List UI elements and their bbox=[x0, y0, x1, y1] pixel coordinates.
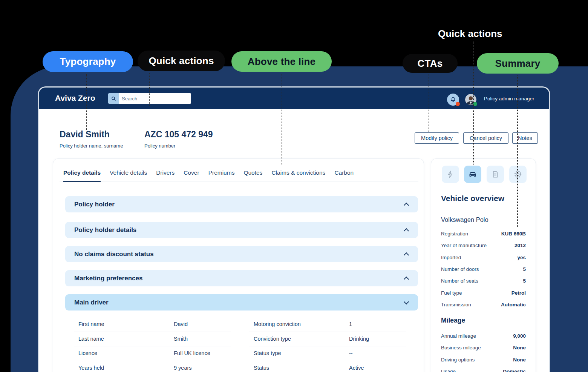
connector-ctas bbox=[429, 74, 429, 132]
tab-quotes[interactable]: Quotes bbox=[243, 169, 262, 181]
row-value: Domestic bbox=[503, 369, 526, 372]
connector-quick-actions-2 bbox=[473, 41, 474, 164]
search-input[interactable] bbox=[119, 93, 191, 104]
tab-cover[interactable]: Cover bbox=[184, 169, 199, 181]
connector-typography bbox=[86, 74, 87, 130]
row-label: Number of doors bbox=[441, 266, 479, 272]
quick-action-settings-button[interactable] bbox=[509, 166, 527, 183]
tab-vehicle-details[interactable]: Vehicle details bbox=[110, 169, 147, 181]
row-label: Driving options bbox=[441, 357, 475, 363]
accordion-title: No claims discount status bbox=[65, 251, 154, 258]
accordion-policy-holder-details[interactable]: Policy holder details bbox=[65, 222, 418, 238]
annotation-pill-typography: Typography bbox=[43, 51, 133, 72]
sidebar-title: Vehicle overview bbox=[441, 194, 504, 203]
notifications-button[interactable] bbox=[447, 94, 459, 106]
user-role-label: Policy admin manager bbox=[484, 96, 534, 101]
row-value: -- bbox=[349, 350, 353, 356]
detail-row-doors: Number of doors 5 bbox=[441, 263, 526, 275]
main-driver-table-left: First name David Last name Smith Licence… bbox=[74, 317, 231, 372]
modify-policy-button[interactable]: Modify policy bbox=[415, 132, 459, 144]
quick-action-lightning-button[interactable] bbox=[442, 166, 459, 183]
row-value: yes bbox=[517, 255, 526, 260]
annotation-pill-ctas: CTAs bbox=[403, 54, 458, 73]
annotation-pill-above-the-line: Above the line bbox=[231, 51, 332, 72]
app-header-bar: Aviva Zero Policy admin manager bbox=[39, 88, 549, 109]
mileage-row-business: Business mileage None bbox=[441, 342, 526, 354]
row-value: 5 bbox=[523, 278, 526, 284]
row-value: 9,000 bbox=[513, 333, 526, 339]
table-row: Conviction type Drinking bbox=[249, 332, 406, 347]
connector-summary bbox=[517, 75, 518, 227]
accordion-marketing-preferences[interactable]: Marketing preferences bbox=[65, 270, 418, 286]
row-label: Status bbox=[254, 365, 269, 371]
annotation-pill-quick-actions: Quick actions bbox=[138, 51, 225, 71]
chevron-up-icon bbox=[404, 203, 409, 208]
tab-premiums[interactable]: Premiums bbox=[208, 169, 235, 181]
row-label: Number of seats bbox=[441, 278, 478, 284]
accordion-no-claims-discount[interactable]: No claims discount status bbox=[65, 246, 418, 262]
brand-logo: Aviva Zero bbox=[55, 94, 95, 103]
row-label: Conviction type bbox=[254, 336, 291, 342]
row-label: Usage bbox=[441, 369, 456, 372]
annotation-pill-summary: Summary bbox=[477, 53, 559, 74]
policy-number-label: Policy number bbox=[144, 143, 175, 149]
connector-quick-actions bbox=[149, 73, 150, 106]
row-value: 1 bbox=[349, 321, 352, 327]
row-label: Years held bbox=[78, 365, 104, 371]
bell-icon bbox=[450, 96, 457, 103]
cancel-policy-button[interactable]: Cancel policy bbox=[463, 132, 508, 144]
detail-row-imported: Imported yes bbox=[441, 252, 526, 263]
table-row: Motoring conviction 1 bbox=[249, 317, 406, 332]
row-label: Imported bbox=[441, 255, 461, 260]
row-value: Full UK licence bbox=[174, 350, 210, 356]
row-label: Registration bbox=[441, 231, 468, 237]
row-label: Last name bbox=[78, 336, 104, 342]
row-value: Automatic bbox=[501, 302, 526, 307]
magnifier-icon bbox=[110, 95, 117, 102]
row-value: 5 bbox=[523, 266, 526, 272]
row-value: None bbox=[513, 357, 526, 363]
row-value: Petrol bbox=[511, 290, 526, 296]
chevron-down-icon bbox=[404, 299, 409, 304]
mileage-row-driving-options: Driving options None bbox=[441, 354, 526, 366]
design-canvas: Typography Quick actions Above the line … bbox=[0, 0, 588, 372]
detail-row-year: Year of manufacture 2012 bbox=[441, 240, 526, 251]
detail-row-registration: Registration KUB 660B bbox=[441, 228, 526, 240]
row-value: 9 years bbox=[174, 365, 192, 371]
accordion-title: Main driver bbox=[65, 299, 109, 306]
quick-action-documents-button[interactable] bbox=[487, 166, 504, 183]
tab-policy-details[interactable]: Policy details bbox=[63, 169, 101, 182]
quick-action-vehicle-button[interactable] bbox=[464, 166, 481, 183]
detail-row-seats: Number of seats 5 bbox=[441, 275, 526, 287]
vehicle-overview-card: Vehicle overview Volkswagen Polo Registr… bbox=[431, 158, 536, 372]
row-label: Annual mileage bbox=[441, 333, 476, 339]
chevron-up-icon bbox=[404, 252, 409, 258]
tab-claims-convictions[interactable]: Claims & convictions bbox=[271, 169, 325, 181]
detail-row-fuel: Fuel type Petrol bbox=[441, 287, 526, 299]
row-label: Motoring conviction bbox=[254, 321, 301, 327]
policy-holder-name: David Smith bbox=[60, 129, 110, 140]
document-icon bbox=[491, 170, 499, 178]
table-row: Years held 9 years bbox=[74, 361, 231, 372]
tab-carbon[interactable]: Carbon bbox=[334, 169, 354, 181]
annotation-label-quick-actions: Quick actions bbox=[438, 28, 502, 40]
search-button[interactable] bbox=[108, 93, 119, 104]
app-window: Aviva Zero Policy admin manager David Sm… bbox=[39, 88, 549, 372]
accordion-policy-holder[interactable]: Policy holder bbox=[65, 196, 418, 212]
connector-above-the-line bbox=[282, 74, 282, 165]
mileage-row-usage: Usage Domestic bbox=[441, 366, 526, 372]
accordion-title: Marketing preferences bbox=[65, 275, 142, 282]
accordion-title: Policy holder details bbox=[65, 226, 136, 234]
row-label: First name bbox=[78, 321, 104, 327]
notes-button[interactable]: Notes bbox=[512, 132, 538, 144]
row-label: Licence bbox=[78, 350, 97, 356]
row-value: Drinking bbox=[349, 336, 369, 342]
notification-badge bbox=[456, 102, 460, 106]
tab-drivers[interactable]: Drivers bbox=[156, 169, 175, 181]
accordion-main-driver[interactable]: Main driver bbox=[65, 294, 418, 311]
policy-holder-name-label: Policy holder name, surname bbox=[60, 143, 123, 149]
detail-row-transmission: Transmission Automatic bbox=[441, 299, 526, 311]
mileage-title: Mileage bbox=[441, 317, 465, 324]
accordion-title: Policy holder bbox=[65, 201, 115, 208]
row-label: Business mileage bbox=[441, 345, 481, 350]
